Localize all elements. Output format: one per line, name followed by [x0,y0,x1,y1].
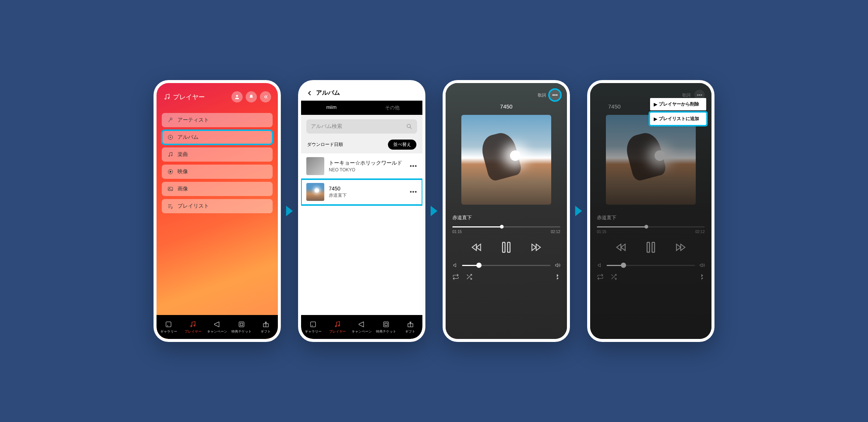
svg-point-19 [335,325,336,327]
bluetooth-icon[interactable] [698,273,705,280]
tab-campaign[interactable]: キャンペーン [350,315,374,339]
svg-point-1 [168,98,169,99]
tab-gallery[interactable]: ギャラリー [157,315,181,339]
chevron-left-icon [306,90,313,97]
menu-add-to-playlist[interactable]: ▶ プレイリストに追加 [650,113,706,125]
svg-rect-26 [647,242,650,253]
svg-rect-21 [383,322,388,327]
tab-gift[interactable]: ギフト [398,315,422,339]
lyrics-button[interactable]: 歌詞 [538,92,546,98]
more-button[interactable]: ••• [550,90,560,100]
profile-icon[interactable] [231,91,243,103]
tab-ticket[interactable]: 特典チケット [374,315,398,339]
menu-label: プレイリスト [177,203,209,210]
tab-miim[interactable]: miim [301,101,362,115]
svg-rect-22 [385,323,387,325]
flow-arrow-icon [431,206,437,216]
pause-button[interactable] [643,240,658,255]
tab-gift[interactable]: ギフト [254,315,278,339]
tab-player[interactable]: プレイヤー [181,315,205,339]
tab-player[interactable]: プレイヤー [325,315,350,339]
more-icon[interactable]: ••• [410,189,417,195]
play-circle-icon [167,169,174,175]
svg-rect-27 [652,242,655,253]
menu-song[interactable]: 楽曲 [162,147,273,162]
svg-rect-15 [240,323,243,325]
menu-label: 楽曲 [177,151,188,158]
time-total: 02:12 [551,230,560,234]
shuffle-icon[interactable] [610,273,617,280]
phone-frame-2: アルバム miim その他 アルバム検索 ダウンロード日順 並べ替え トーキョー… [298,80,425,342]
next-button[interactable] [673,241,686,254]
time-total: 02:12 [695,230,705,234]
menu-image[interactable]: 画像 [162,182,273,196]
album-thumbnail [306,157,324,175]
time-elapsed: 01:15 [597,230,606,234]
screen-title: プレイヤー [163,93,205,101]
album-row[interactable]: トーキョー☆ホリックワールド NEO TOKYO ••• [301,153,422,179]
music-icon [334,320,341,328]
repeat-icon[interactable] [597,273,604,280]
pause-button[interactable] [499,240,514,255]
more-icon[interactable]: ••• [410,163,417,169]
playlist-icon [167,203,174,209]
album-row[interactable]: 7450 赤道直下 ••• [301,179,422,205]
svg-point-0 [165,98,166,99]
menu-video[interactable]: 映像 [162,165,273,179]
tab-other[interactable]: その他 [362,101,422,115]
context-menu: ▶ プレイヤーから削除 ▶ プレイリストに追加 [650,98,706,125]
menu-album[interactable]: アルバム [162,130,273,144]
phone-frame-3: 歌詞 ••• 7450 赤道直下 01:15 02:12 [443,80,570,342]
lyrics-button[interactable]: 歌詞 [682,92,691,98]
menu-playlist[interactable]: プレイリスト [162,199,273,213]
header-back[interactable]: アルバム [301,83,422,101]
next-button[interactable] [529,241,541,254]
svg-rect-11 [166,322,171,327]
mic-icon [167,117,174,123]
ticket-icon [238,320,245,328]
gallery-icon [309,320,317,328]
album-cover [461,115,551,205]
svg-point-7 [171,155,172,156]
volume-low-icon [452,262,458,268]
menu-remove-from-player[interactable]: ▶ プレイヤーから削除 [650,98,706,110]
prev-button[interactable] [471,241,484,254]
repeat-icon[interactable] [452,273,459,280]
tab-campaign[interactable]: キャンペーン [205,315,230,339]
bluetooth-icon[interactable] [553,273,560,280]
flow-arrow-icon [575,206,582,216]
music-icon [167,152,174,158]
shuffle-icon[interactable] [466,273,473,280]
svg-point-17 [407,124,410,128]
svg-point-4 [168,135,173,140]
volume-slider[interactable] [462,265,550,266]
svg-point-6 [169,156,170,157]
phone-frame-4: 歌詞 ••• 7450 赤道直下 01:15 02:12 [587,80,714,342]
header-title: アルバム [316,89,340,97]
album-title: 7450 [329,186,405,192]
tab-ticket[interactable]: 特典チケット [229,315,254,339]
progress-bar[interactable] [597,226,705,227]
album-cover [606,115,696,205]
album-artist: 赤道直下 [329,192,405,199]
chevron-left-icon[interactable] [260,91,271,103]
svg-rect-24 [503,242,505,253]
album-artist: NEO TOKYO [329,167,405,172]
album-list-screen: アルバム miim その他 アルバム検索 ダウンロード日順 並べ替え トーキョー… [301,83,422,339]
volume-slider[interactable] [607,265,695,266]
bell-icon[interactable] [246,91,257,103]
sort-label: ダウンロード日順 [307,141,343,148]
now-playing-screen: 歌詞 ••• 7450 赤道直下 01:15 02:12 [446,83,567,339]
menu-artist[interactable]: アーティスト [162,113,273,127]
tab-gallery[interactable]: ギャラリー [301,315,325,339]
sort-button[interactable]: 並べ替え [388,140,416,150]
image-icon [167,186,174,192]
prev-button[interactable] [616,241,628,254]
svg-rect-14 [239,322,244,327]
play-icon: ▶ [654,116,657,122]
search-input[interactable]: アルバム検索 [306,119,417,134]
tab-bar: ギャラリー プレイヤー キャンペーン 特典チケット ギフト [157,315,278,339]
volume-high-icon [699,262,705,268]
music-icon [189,320,197,328]
progress-bar[interactable] [452,226,560,227]
